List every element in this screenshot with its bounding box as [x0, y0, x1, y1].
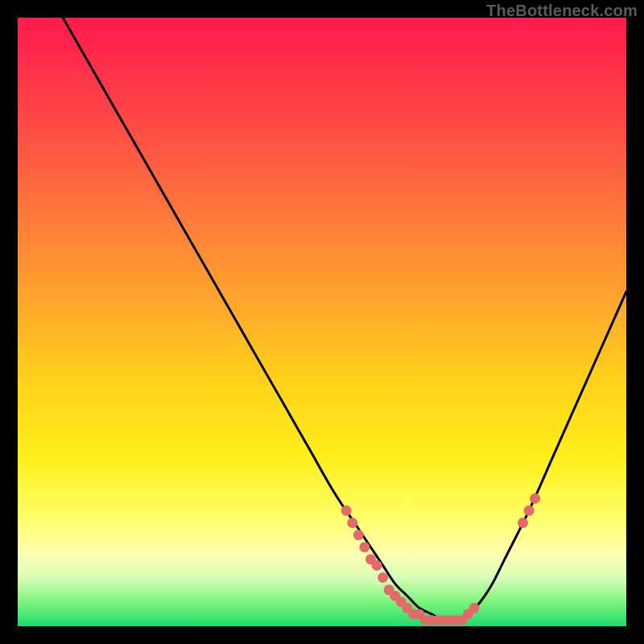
highlight-dot: [341, 506, 352, 516]
highlight-dot: [372, 560, 382, 571]
highlight-dot: [378, 572, 388, 583]
highlight-dots: [341, 493, 540, 625]
highlight-dot: [353, 530, 364, 540]
plot-area: [18, 18, 626, 626]
watermark-text: TheBottleneck.com: [486, 2, 638, 20]
highlight-dot: [347, 518, 357, 528]
highlight-dot: [518, 518, 528, 528]
chart-frame: TheBottleneck.com: [0, 0, 644, 644]
highlight-dot: [530, 493, 540, 504]
highlight-dot: [359, 542, 369, 552]
bottleneck-curve: [18, 18, 626, 621]
highlight-dot: [469, 603, 480, 613]
highlight-dot: [524, 506, 535, 516]
curve-layer: [18, 18, 626, 626]
